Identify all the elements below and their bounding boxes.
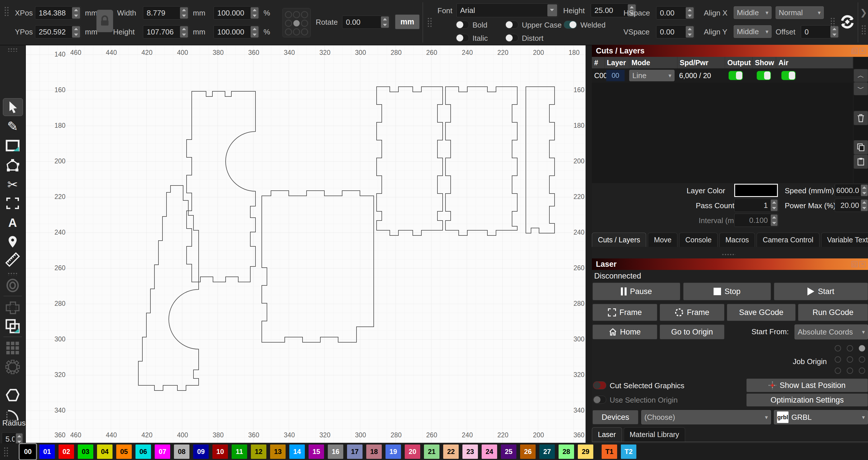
xpos-value[interactable]: 184.388 — [39, 7, 71, 19]
palette-chip-20[interactable]: 20 — [405, 444, 420, 459]
speed-field[interactable]: 6000.0 — [835, 184, 868, 197]
ypos-value[interactable]: 250.592 — [39, 26, 71, 38]
panel-grip[interactable] — [722, 253, 735, 256]
piece-strip[interactable] — [526, 87, 555, 233]
measure-tool-button[interactable] — [3, 251, 22, 268]
palette-chip-24[interactable]: 24 — [482, 444, 497, 459]
palette-chip-25[interactable]: 25 — [501, 444, 516, 459]
width-field[interactable]: 8.779 — [143, 6, 189, 20]
vspace-field[interactable]: 0.00 — [656, 25, 694, 38]
draw-lines-tool-button[interactable]: ✎ — [3, 118, 22, 135]
column-header-[interactable]: # — [592, 57, 604, 68]
font-name[interactable]: Arial — [460, 4, 548, 17]
palette-chip-T2[interactable]: T2 — [621, 444, 637, 459]
controller-dropdown[interactable]: grbl GRBL ▾ — [774, 410, 868, 424]
piece-side-b[interactable] — [445, 87, 517, 236]
position-laser-tool-button[interactable] — [3, 233, 22, 250]
palette-chip-23[interactable]: 23 — [462, 444, 478, 459]
column-header-layer[interactable]: Layer — [604, 57, 629, 68]
layer-color-swatch[interactable] — [734, 184, 778, 197]
frame-circle-button[interactable]: Frame — [660, 304, 724, 321]
toolbar-drag-grip[interactable] — [4, 6, 9, 17]
pass-count-spinner[interactable] — [771, 200, 778, 211]
height-value[interactable]: 107.706 — [147, 26, 179, 38]
layer-move-up-button[interactable]: ︿ — [854, 69, 868, 82]
offset-spinner[interactable] — [830, 26, 838, 38]
palette-chip-16[interactable]: 16 — [328, 444, 343, 459]
stop-button[interactable]: Stop — [683, 282, 771, 300]
layer-color-cell[interactable]: 00 — [606, 70, 625, 81]
layer-output-toggle[interactable] — [728, 71, 743, 80]
job-origin-top-center[interactable] — [847, 345, 853, 351]
upper-case-toggle[interactable] — [505, 21, 518, 29]
height-spinner[interactable] — [180, 26, 188, 38]
palette-chip-21[interactable]: 21 — [424, 444, 439, 459]
speed-spinner[interactable] — [861, 185, 868, 196]
panel-splitter[interactable] — [586, 45, 592, 443]
distort-toggle[interactable] — [505, 34, 518, 42]
rotate-field[interactable]: 0.00 — [342, 16, 390, 29]
ypos-field[interactable]: 250.592 — [35, 25, 81, 38]
layer-air-toggle[interactable] — [781, 71, 796, 80]
pause-button[interactable]: Pause — [592, 282, 680, 300]
close-panel-icon[interactable]: ✕ — [859, 48, 866, 54]
hspace-spinner[interactable] — [686, 7, 694, 19]
layer-show-toggle[interactable] — [756, 71, 771, 80]
scale-y-value[interactable]: 100.000 — [217, 26, 249, 38]
interval-field[interactable]: 0.100 — [734, 214, 778, 227]
toolbar-overflow-chevron[interactable]: ❯ — [860, 7, 867, 18]
tab-material-library[interactable]: Material Library — [624, 427, 685, 441]
scale-x-spinner[interactable] — [251, 7, 259, 19]
port-dropdown[interactable]: (Choose)▾ — [641, 410, 771, 424]
show-last-position-button[interactable]: Show Last Position — [746, 378, 868, 392]
palette-chip-27[interactable]: 27 — [539, 444, 555, 459]
font-toolbar-grip[interactable] — [427, 17, 432, 28]
scale-y-field[interactable]: 100.000 — [214, 25, 259, 38]
palette-chip-26[interactable]: 26 — [520, 444, 536, 459]
scale-x-field[interactable]: 100.000 — [214, 6, 259, 20]
interval-spinner[interactable] — [771, 214, 778, 226]
xpos-field[interactable]: 184.388 — [35, 6, 81, 20]
job-origin-bot-center[interactable] — [847, 368, 853, 374]
optimization-settings-button[interactable]: Optimization Settings — [746, 393, 868, 407]
circular-array-tool-button[interactable] — [3, 358, 22, 375]
text-height-value[interactable]: 25.00 — [594, 4, 627, 17]
welded-toggle[interactable] — [564, 21, 577, 29]
frame-rect-button[interactable]: Frame — [592, 304, 657, 321]
text-tool-button[interactable]: A — [3, 214, 22, 232]
palette-chip-11[interactable]: 11 — [231, 444, 247, 459]
scale-x-value[interactable]: 100.000 — [217, 7, 249, 19]
tab-move[interactable]: Move — [648, 233, 677, 247]
palette-chip-04[interactable]: 04 — [97, 444, 113, 459]
tab-console[interactable]: Console — [679, 233, 718, 247]
vspace-value[interactable]: 0.00 — [660, 26, 685, 38]
selection-frame-tool-button[interactable] — [3, 195, 22, 212]
job-origin-mid-center[interactable] — [847, 356, 853, 363]
anchor-point-selector[interactable] — [282, 8, 311, 37]
grid-array-tool-button[interactable] — [3, 339, 22, 357]
devices-button[interactable]: Devices — [592, 410, 639, 424]
palette-chip-T1[interactable]: T1 — [601, 444, 617, 459]
palette-chip-03[interactable]: 03 — [78, 444, 93, 459]
hspace-field[interactable]: 0.00 — [656, 6, 694, 20]
font-combo-arrow[interactable] — [547, 4, 557, 17]
piece-center-panel[interactable] — [262, 191, 374, 342]
layer-delete-button[interactable] — [854, 111, 868, 125]
laser-float-icon[interactable]: ◱ — [851, 261, 858, 267]
job-origin-selector[interactable] — [832, 343, 868, 376]
edit-nodes-tool-button[interactable] — [3, 157, 22, 174]
palette-chip-12[interactable]: 12 — [251, 444, 267, 459]
align-x-dropdown[interactable]: Middle▾ — [734, 6, 772, 19]
width-spinner[interactable] — [180, 7, 188, 19]
palette-chip-18[interactable]: 18 — [366, 444, 382, 459]
xpos-spinner[interactable] — [72, 7, 80, 19]
palette-chip-02[interactable]: 02 — [59, 444, 74, 459]
cut-shapes-tool-button[interactable]: ✂ — [3, 176, 22, 193]
design-shapes[interactable] — [26, 45, 586, 443]
job-origin-bot-right[interactable] — [859, 368, 865, 374]
column-header-air[interactable]: Air — [776, 57, 853, 68]
tab-variable-text[interactable]: Variable Text — [821, 233, 868, 247]
radius-spinner[interactable] — [16, 433, 23, 445]
align-toolbar-grip[interactable] — [861, 25, 866, 35]
tab-cuts---layers[interactable]: Cuts / Layers — [592, 233, 646, 247]
